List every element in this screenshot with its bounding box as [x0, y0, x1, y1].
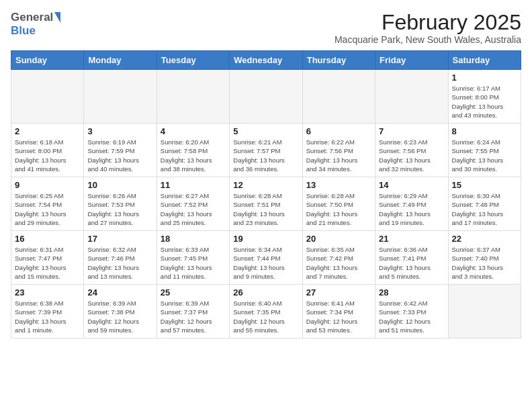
calendar-day-cell: 7Sunrise: 6:23 AM Sunset: 7:56 PM Daylig…	[375, 124, 448, 177]
day-info: Sunrise: 6:38 AM Sunset: 7:39 PM Dayligh…	[15, 299, 80, 334]
day-number: 2	[15, 126, 80, 136]
calendar-day-cell: 2Sunrise: 6:18 AM Sunset: 8:00 PM Daylig…	[11, 124, 84, 177]
day-number: 16	[15, 234, 80, 244]
day-info: Sunrise: 6:28 AM Sunset: 7:51 PM Dayligh…	[233, 191, 298, 227]
day-info: Sunrise: 6:23 AM Sunset: 7:56 PM Dayligh…	[379, 138, 444, 173]
calendar-day-cell: 14Sunrise: 6:29 AM Sunset: 7:49 PM Dayli…	[375, 177, 448, 231]
calendar-title: February 2025	[335, 11, 521, 34]
day-number: 13	[306, 180, 371, 190]
calendar-week-row: 23Sunrise: 6:38 AM Sunset: 7:39 PM Dayli…	[11, 285, 521, 338]
day-number: 6	[306, 126, 371, 136]
calendar-day-cell: 21Sunrise: 6:36 AM Sunset: 7:41 PM Dayli…	[375, 231, 448, 285]
day-info: Sunrise: 6:29 AM Sunset: 7:49 PM Dayligh…	[379, 191, 444, 227]
day-number: 22	[452, 234, 517, 244]
day-info: Sunrise: 6:20 AM Sunset: 7:58 PM Dayligh…	[161, 138, 226, 173]
calendar-day-cell: 27Sunrise: 6:41 AM Sunset: 7:34 PM Dayli…	[302, 285, 375, 338]
day-number: 4	[161, 126, 226, 136]
day-of-week-header: Friday	[375, 51, 448, 70]
page-header: General Blue February 2025 Macquarie Par…	[11, 11, 521, 45]
calendar-day-cell: 24Sunrise: 6:39 AM Sunset: 7:38 PM Dayli…	[84, 285, 157, 338]
calendar-day-cell: 20Sunrise: 6:35 AM Sunset: 7:42 PM Dayli…	[302, 231, 375, 285]
day-number: 7	[379, 126, 444, 136]
calendar-day-cell: 6Sunrise: 6:22 AM Sunset: 7:56 PM Daylig…	[302, 124, 375, 177]
day-number: 23	[15, 287, 80, 298]
day-info: Sunrise: 6:39 AM Sunset: 7:38 PM Dayligh…	[87, 299, 152, 334]
logo: General Blue	[11, 11, 60, 38]
day-info: Sunrise: 6:26 AM Sunset: 7:53 PM Dayligh…	[87, 191, 152, 227]
day-number: 1	[452, 73, 517, 83]
day-number: 3	[87, 126, 152, 136]
calendar-header-row: SundayMondayTuesdayWednesdayThursdayFrid…	[11, 51, 521, 70]
calendar-day-cell: 25Sunrise: 6:39 AM Sunset: 7:37 PM Dayli…	[157, 285, 229, 338]
calendar-day-cell: 22Sunrise: 6:37 AM Sunset: 7:40 PM Dayli…	[448, 231, 521, 285]
day-info: Sunrise: 6:19 AM Sunset: 7:59 PM Dayligh…	[87, 138, 152, 173]
day-info: Sunrise: 6:24 AM Sunset: 7:55 PM Dayligh…	[452, 138, 517, 173]
calendar-day-cell: 9Sunrise: 6:25 AM Sunset: 7:54 PM Daylig…	[11, 177, 84, 231]
calendar-day-cell: 28Sunrise: 6:42 AM Sunset: 7:33 PM Dayli…	[375, 285, 448, 338]
day-number: 15	[452, 180, 517, 190]
day-info: Sunrise: 6:22 AM Sunset: 7:56 PM Dayligh…	[306, 138, 371, 173]
day-number: 27	[306, 287, 371, 298]
day-number: 26	[233, 287, 298, 298]
day-number: 5	[233, 126, 298, 136]
day-number: 17	[87, 234, 152, 244]
day-number: 21	[379, 234, 444, 244]
day-info: Sunrise: 6:42 AM Sunset: 7:33 PM Dayligh…	[379, 299, 444, 334]
day-info: Sunrise: 6:28 AM Sunset: 7:50 PM Dayligh…	[306, 191, 371, 227]
calendar-day-cell: 18Sunrise: 6:33 AM Sunset: 7:45 PM Dayli…	[157, 231, 229, 285]
day-number: 12	[233, 180, 298, 190]
calendar-subtitle: Macquarie Park, New South Wales, Austral…	[335, 34, 521, 45]
calendar-day-cell: 10Sunrise: 6:26 AM Sunset: 7:53 PM Dayli…	[84, 177, 157, 231]
day-info: Sunrise: 6:35 AM Sunset: 7:42 PM Dayligh…	[306, 245, 371, 281]
calendar-day-cell: 11Sunrise: 6:27 AM Sunset: 7:52 PM Dayli…	[157, 177, 229, 231]
day-info: Sunrise: 6:17 AM Sunset: 8:00 PM Dayligh…	[452, 84, 517, 120]
calendar-day-cell: 3Sunrise: 6:19 AM Sunset: 7:59 PM Daylig…	[84, 124, 157, 177]
day-of-week-header: Saturday	[448, 51, 521, 70]
day-info: Sunrise: 6:27 AM Sunset: 7:52 PM Dayligh…	[161, 191, 226, 227]
calendar-day-cell: 17Sunrise: 6:32 AM Sunset: 7:46 PM Dayli…	[84, 231, 157, 285]
calendar-day-cell	[84, 70, 157, 124]
day-number: 14	[379, 180, 444, 190]
calendar-day-cell	[375, 70, 448, 124]
calendar-week-row: 2Sunrise: 6:18 AM Sunset: 8:00 PM Daylig…	[11, 124, 521, 177]
day-of-week-header: Thursday	[302, 51, 375, 70]
day-info: Sunrise: 6:33 AM Sunset: 7:45 PM Dayligh…	[161, 245, 226, 281]
day-of-week-header: Monday	[84, 51, 157, 70]
day-of-week-header: Wednesday	[230, 51, 302, 70]
calendar-day-cell	[448, 285, 521, 338]
calendar-day-cell: 8Sunrise: 6:24 AM Sunset: 7:55 PM Daylig…	[448, 124, 521, 177]
day-info: Sunrise: 6:21 AM Sunset: 7:57 PM Dayligh…	[233, 138, 298, 173]
day-info: Sunrise: 6:41 AM Sunset: 7:34 PM Dayligh…	[306, 299, 371, 334]
calendar-day-cell: 26Sunrise: 6:40 AM Sunset: 7:35 PM Dayli…	[230, 285, 302, 338]
day-info: Sunrise: 6:40 AM Sunset: 7:35 PM Dayligh…	[233, 299, 298, 334]
day-number: 9	[15, 180, 80, 190]
logo-general: General	[11, 11, 53, 24]
logo-icon	[54, 12, 60, 23]
calendar-day-cell	[230, 70, 302, 124]
day-of-week-header: Sunday	[11, 51, 84, 70]
day-info: Sunrise: 6:36 AM Sunset: 7:41 PM Dayligh…	[379, 245, 444, 281]
calendar-day-cell: 13Sunrise: 6:28 AM Sunset: 7:50 PM Dayli…	[302, 177, 375, 231]
calendar-day-cell: 15Sunrise: 6:30 AM Sunset: 7:48 PM Dayli…	[448, 177, 521, 231]
calendar-day-cell: 1Sunrise: 6:17 AM Sunset: 8:00 PM Daylig…	[448, 70, 521, 124]
day-info: Sunrise: 6:34 AM Sunset: 7:44 PM Dayligh…	[233, 245, 298, 281]
day-info: Sunrise: 6:39 AM Sunset: 7:37 PM Dayligh…	[161, 299, 226, 334]
calendar-day-cell: 23Sunrise: 6:38 AM Sunset: 7:39 PM Dayli…	[11, 285, 84, 338]
calendar-week-row: 16Sunrise: 6:31 AM Sunset: 7:47 PM Dayli…	[11, 231, 521, 285]
day-info: Sunrise: 6:32 AM Sunset: 7:46 PM Dayligh…	[87, 245, 152, 281]
day-of-week-header: Tuesday	[157, 51, 229, 70]
calendar-day-cell	[302, 70, 375, 124]
calendar-day-cell: 12Sunrise: 6:28 AM Sunset: 7:51 PM Dayli…	[230, 177, 302, 231]
day-info: Sunrise: 6:37 AM Sunset: 7:40 PM Dayligh…	[452, 245, 517, 281]
day-info: Sunrise: 6:31 AM Sunset: 7:47 PM Dayligh…	[15, 245, 80, 281]
calendar-day-cell	[11, 70, 84, 124]
day-number: 28	[379, 287, 444, 298]
day-info: Sunrise: 6:18 AM Sunset: 8:00 PM Dayligh…	[15, 138, 80, 173]
calendar-week-row: 9Sunrise: 6:25 AM Sunset: 7:54 PM Daylig…	[11, 177, 521, 231]
logo-blue: Blue	[11, 24, 36, 38]
day-number: 11	[161, 180, 226, 190]
day-number: 18	[161, 234, 226, 244]
calendar-table: SundayMondayTuesdayWednesdayThursdayFrid…	[11, 50, 521, 338]
day-number: 8	[452, 126, 517, 136]
day-info: Sunrise: 6:30 AM Sunset: 7:48 PM Dayligh…	[452, 191, 517, 227]
